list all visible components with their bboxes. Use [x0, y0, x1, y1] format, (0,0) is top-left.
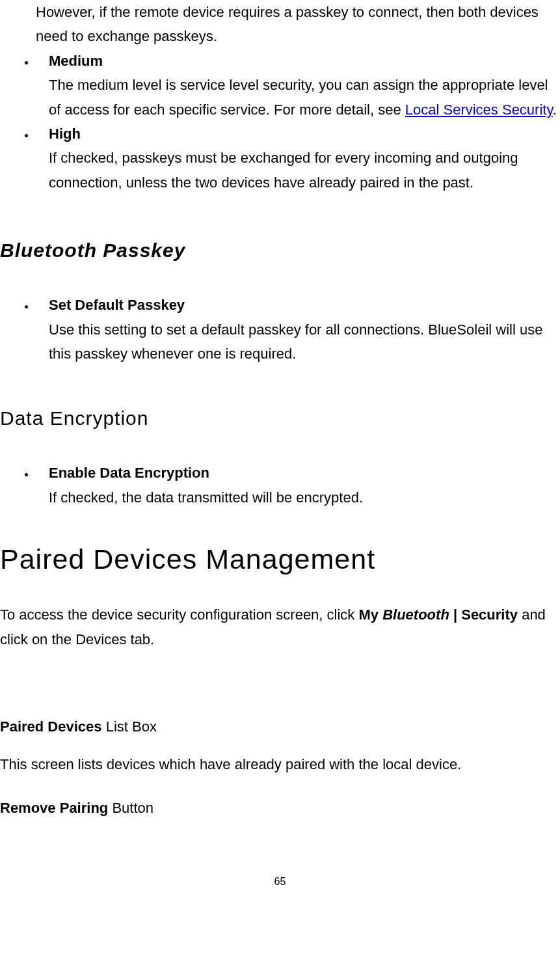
- access-bold2: | Security: [449, 606, 518, 623]
- access-bold1: My: [358, 606, 382, 623]
- list-item-medium: Medium The medium level is service level…: [36, 49, 560, 122]
- local-services-security-link[interactable]: Local Services Security: [405, 102, 553, 118]
- page-number: 65: [0, 873, 560, 890]
- remove-pairing-bold: Remove Pairing: [0, 800, 108, 816]
- remove-pairing-button-label: Remove Pairing Button: [0, 796, 560, 820]
- high-desc: If checked, passkeys must be exchanged f…: [49, 150, 518, 190]
- enable-data-encryption-desc: If checked, the data transmitted will be…: [49, 489, 363, 506]
- high-title: High: [49, 126, 81, 142]
- list-item-high: High If checked, passkeys must be exchan…: [36, 122, 560, 195]
- low-continuation-text: However, if the remote device requires a…: [36, 4, 539, 44]
- list-item-low-continuation: However, if the remote device requires a…: [23, 0, 560, 49]
- set-default-passkey-desc: Use this setting to set a default passke…: [49, 321, 542, 362]
- paired-devices-listbox-label: Paired Devices List Box: [0, 715, 560, 739]
- bluetooth-passkey-heading: Bluetooth Passkey: [0, 234, 560, 267]
- access-bolditalic: Bluetooth: [382, 606, 449, 623]
- medium-title: Medium: [49, 53, 103, 69]
- paired-devices-management-heading: Paired Devices Management: [0, 536, 560, 583]
- paired-devices-desc: This screen lists devices which have alr…: [0, 752, 560, 776]
- paired-devices-rest: List Box: [102, 718, 157, 735]
- list-item-enable-data-encryption: Enable Data Encryption If checked, the d…: [36, 461, 560, 510]
- access-before: To access the device security configurat…: [0, 606, 358, 623]
- set-default-passkey-title: Set Default Passkey: [49, 297, 185, 313]
- enable-data-encryption-title: Enable Data Encryption: [49, 465, 209, 481]
- list-item-set-default-passkey: Set Default Passkey Use this setting to …: [36, 293, 560, 366]
- paired-devices-bold: Paired Devices: [0, 718, 102, 735]
- data-encryption-heading: Data Encryption: [0, 402, 560, 435]
- access-instructions: To access the device security configurat…: [0, 603, 560, 651]
- medium-desc-after: .: [553, 102, 557, 118]
- remove-pairing-rest: Button: [108, 800, 153, 816]
